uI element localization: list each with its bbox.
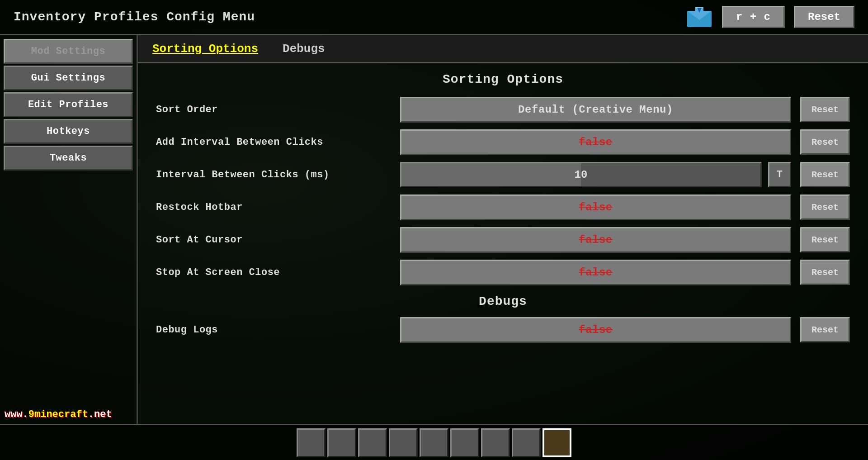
setting-row-stop-at-screen-close: Stop At Screen Close false Reset [156,259,850,285]
tab-sorting-options[interactable]: Sorting Options [147,38,264,59]
setting-row-restock-hotbar: Restock Hotbar false Reset [156,194,850,220]
content-scroll[interactable]: Sorting Options Sort Order Default (Crea… [138,63,868,424]
add-interval-label: Add Interval Between Clicks [156,137,400,148]
setting-row-sort-at-cursor: Sort At Cursor false Reset [156,227,850,253]
title-reset-button[interactable]: Reset [794,6,854,28]
debug-logs-reset[interactable]: Reset [800,317,850,342]
sorting-options-heading: Sorting Options [156,72,850,86]
sidebar-item-mod-settings[interactable]: Mod Settings [4,39,133,64]
sort-at-cursor-label: Sort At Cursor [156,234,400,246]
add-interval-reset[interactable]: Reset [800,129,850,155]
setting-row-sort-order: Sort Order Default (Creative Menu) Reset [156,96,850,123]
interval-ms-label: Interval Between Clicks (ms) [156,169,400,180]
hotbar-slot-6[interactable] [450,428,479,457]
interval-ms-control: 10 T Reset [400,162,850,187]
restock-hotbar-control: false Reset [400,194,850,220]
setting-row-interval-ms: Interval Between Clicks (ms) 10 T Reset [156,161,850,188]
stop-at-screen-close-value[interactable]: false [400,260,791,285]
shortcut-button[interactable]: r + c [722,6,785,28]
sort-at-cursor-control: false Reset [400,227,850,253]
sidebar-item-gui-settings[interactable]: Gui Settings [4,66,133,90]
sort-order-reset[interactable]: Reset [800,97,850,122]
setting-row-add-interval: Add Interval Between Clicks false Reset [156,129,850,155]
debug-logs-control: false Reset [400,317,850,343]
interval-ms-value: 10 [401,169,760,181]
debug-logs-value[interactable]: false [400,317,791,343]
restock-hotbar-label: Restock Hotbar [156,202,400,213]
restock-hotbar-value[interactable]: false [400,194,791,220]
sort-at-cursor-reset[interactable]: Reset [800,227,850,252]
hotbar-slot-9-active[interactable] [542,428,571,457]
hotbar-slot-7[interactable] [481,428,510,457]
tab-debugs[interactable]: Debugs [277,38,330,59]
setting-row-debug-logs: Debug Logs false Reset [156,317,850,343]
title-bar: Inventory Profiles Config Menu r + c Res… [0,0,868,35]
sidebar-item-hotkeys[interactable]: Hotkeys [4,119,133,144]
watermark-domain: 9minecraft [28,409,88,420]
interval-ms-slider[interactable]: 10 [400,162,762,187]
hotbar-slot-2[interactable] [327,428,356,457]
debug-logs-label: Debug Logs [156,324,400,336]
interval-ms-reset[interactable]: Reset [800,162,850,187]
hotbar [0,424,868,460]
hotbar-slot-1[interactable] [297,428,326,457]
title-right: r + c Reset [686,4,854,31]
sidebar: Mod Settings Gui Settings Edit Profiles … [0,35,138,424]
debugs-heading: Debugs [156,294,850,308]
sidebar-item-tweaks[interactable]: Tweaks [4,146,133,171]
sort-at-cursor-value[interactable]: false [400,227,791,253]
content-area: Sorting Options Debugs Sorting Options S… [138,35,868,424]
hotbar-slot-4[interactable] [389,428,418,457]
stop-at-screen-close-label: Stop At Screen Close [156,267,400,278]
stop-at-screen-close-control: false Reset [400,260,850,285]
sort-order-control: Default (Creative Menu) Reset [400,97,850,123]
sort-order-value[interactable]: Default (Creative Menu) [400,97,791,123]
tab-bar: Sorting Options Debugs [138,35,868,63]
stop-at-screen-close-reset[interactable]: Reset [800,260,850,285]
window-title: Inventory Profiles Config Menu [14,10,255,24]
interval-ms-t-button[interactable]: T [768,162,791,187]
sidebar-item-edit-profiles[interactable]: Edit Profiles [4,92,133,117]
watermark: www.9minecraft.net [5,409,112,420]
restock-hotbar-reset[interactable]: Reset [800,194,850,220]
add-interval-control: false Reset [400,129,850,155]
main-layout: Mod Settings Gui Settings Edit Profiles … [0,35,868,424]
sort-order-label: Sort Order [156,104,400,115]
add-interval-value[interactable]: false [400,129,791,155]
hotbar-slot-5[interactable] [420,428,448,457]
hotbar-slot-8[interactable] [512,428,541,457]
envelope-icon[interactable] [686,4,713,31]
watermark-net: .net [88,409,112,420]
watermark-www: www. [5,409,28,420]
hotbar-slot-3[interactable] [358,428,387,457]
